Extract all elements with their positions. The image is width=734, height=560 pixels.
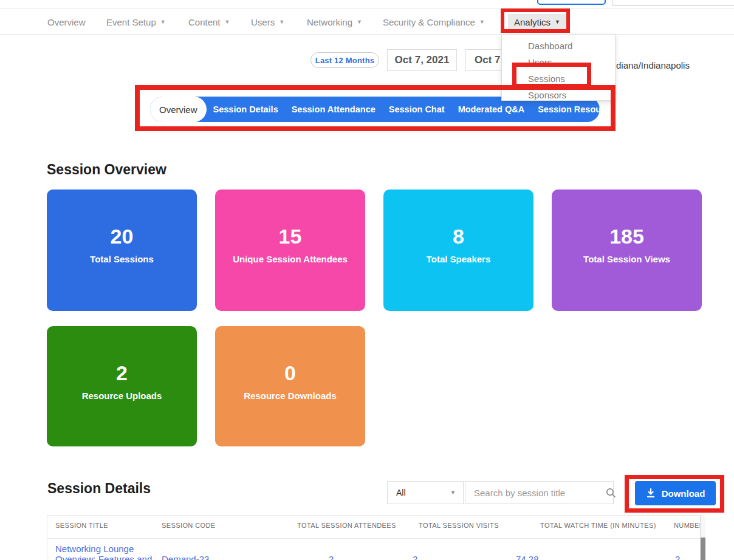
tab-session-chat[interactable]: Session Chat	[382, 97, 451, 122]
category-filter-select[interactable]: All ▼	[387, 481, 464, 504]
menu-item-sessions[interactable]: Sessions	[502, 70, 615, 87]
chevron-down-icon: ▼	[357, 19, 362, 25]
nav-label: Content	[188, 17, 221, 27]
download-label: Download	[662, 488, 705, 499]
nav-label: Overview	[47, 17, 86, 27]
selected-option: All	[396, 488, 406, 497]
chevron-down-icon: ▼	[555, 19, 560, 25]
metric-value: 15	[215, 225, 365, 248]
metric-card-resource-uploads: 2 Resource Uploads	[47, 326, 197, 446]
metric-value: 2	[47, 361, 197, 385]
metric-card-total-sessions: 20 Total Sessions	[47, 190, 197, 311]
date-range-badge[interactable]: Last 12 Months	[310, 52, 379, 68]
top-partial-input[interactable]	[612, 0, 734, 6]
column-header-total-watch-time: TOTAL WATCH TIME (IN MINUTES)	[540, 522, 656, 529]
session-details-table: SESSION TITLE SESSION CODE TOTAL SESSION…	[47, 515, 701, 560]
nav-item-event-setup[interactable]: Event Setup ▼	[106, 9, 166, 35]
metric-card-resource-downloads: 0 Resource Downloads	[215, 326, 365, 446]
main-nav: Overview Event Setup ▼ Content ▼ Users ▼…	[0, 8, 734, 35]
nav-label: Security & Compliance	[383, 17, 475, 27]
metric-label: Total Speakers	[383, 254, 533, 264]
nav-item-overview[interactable]: Overview	[47, 9, 86, 35]
chevron-down-icon: ▼	[225, 19, 230, 25]
menu-item-users[interactable]: Users	[502, 54, 615, 70]
column-header-total-session-attendees: TOTAL SESSION ATTENDEES	[297, 522, 396, 529]
menu-item-dashboard[interactable]: Dashboard	[502, 38, 615, 54]
metric-card-total-speakers: 8 Total Speakers	[383, 190, 533, 311]
nav-label: Users	[251, 17, 275, 27]
metric-value: 0	[215, 361, 365, 385]
metric-label: Total Sessions	[47, 254, 197, 264]
nav-item-security-compliance[interactable]: Security & Compliance ▼	[383, 9, 485, 35]
session-code-cell: Demand-23	[162, 554, 209, 560]
number-cell: 2	[675, 554, 680, 560]
chevron-down-icon: ▼	[279, 19, 284, 25]
metric-label: Resource Downloads	[215, 391, 365, 401]
nav-label: Event Setup	[106, 17, 156, 27]
download-button[interactable]: Download	[635, 481, 716, 505]
nav-label: Networking	[307, 17, 352, 27]
search-input[interactable]	[465, 488, 600, 498]
column-header-number: NUMBER	[674, 522, 701, 529]
visits-cell: 2	[413, 554, 417, 560]
nav-item-networking[interactable]: Networking ▼	[307, 9, 362, 35]
metric-value: 20	[47, 225, 197, 248]
chevron-down-icon: ▼	[479, 19, 485, 25]
column-header-session-code: SESSION CODE	[162, 522, 216, 529]
metric-value: 185	[552, 225, 702, 248]
analytics-dropdown-menu: Dashboard Users Sessions Sponsors	[501, 34, 616, 101]
column-header-total-session-visits: TOTAL SESSION VISITS	[419, 522, 499, 529]
metric-label: Resource Uploads	[47, 391, 197, 401]
tab-session-details[interactable]: Session Details	[207, 97, 285, 122]
attendees-cell: 2	[329, 554, 334, 560]
chevron-down-icon: ▼	[160, 19, 166, 25]
nav-item-users[interactable]: Users ▼	[251, 9, 284, 35]
nav-item-analytics[interactable]: Analytics ▼	[508, 14, 566, 30]
metric-card-unique-session-attendees: 15 Unique Session Attendees	[215, 190, 365, 311]
session-search-box	[465, 481, 614, 504]
start-date-field[interactable]: Oct 7, 2021	[387, 49, 457, 71]
section-title-session-overview: Session Overview	[47, 162, 166, 178]
menu-item-sponsors[interactable]: Sponsors	[502, 87, 615, 103]
watch-time-cell: 74.28	[516, 554, 539, 560]
section-title-session-details: Session Details	[47, 480, 151, 497]
nav-label: Analytics	[514, 17, 550, 27]
chevron-down-icon: ▼	[450, 490, 456, 496]
metric-value: 8	[383, 225, 533, 248]
tab-session-attendance[interactable]: Session Attendance	[285, 97, 382, 122]
column-header-session-title: SESSION TITLE	[55, 522, 108, 529]
nav-item-content[interactable]: Content ▼	[188, 9, 230, 35]
top-partial-primary-button[interactable]	[537, 0, 606, 5]
metric-label: Total Session Views	[552, 254, 702, 264]
page: Overview Event Setup ▼ Content ▼ Users ▼…	[0, 0, 734, 560]
table-scrollbar-thumb[interactable]	[701, 538, 705, 560]
search-icon[interactable]	[600, 488, 623, 498]
divider	[47, 538, 701, 539]
session-title-link[interactable]: Networking Lounge	[55, 544, 134, 554]
tab-overview[interactable]: Overview	[150, 97, 207, 122]
download-icon	[646, 488, 656, 498]
metric-label: Unique Session Attendees	[215, 254, 365, 264]
timezone-label: diana/Indianapolis	[616, 60, 690, 70]
metric-card-total-session-views: 185 Total Session Views	[552, 190, 702, 311]
session-title-link[interactable]: Overview: Features and	[55, 554, 152, 560]
